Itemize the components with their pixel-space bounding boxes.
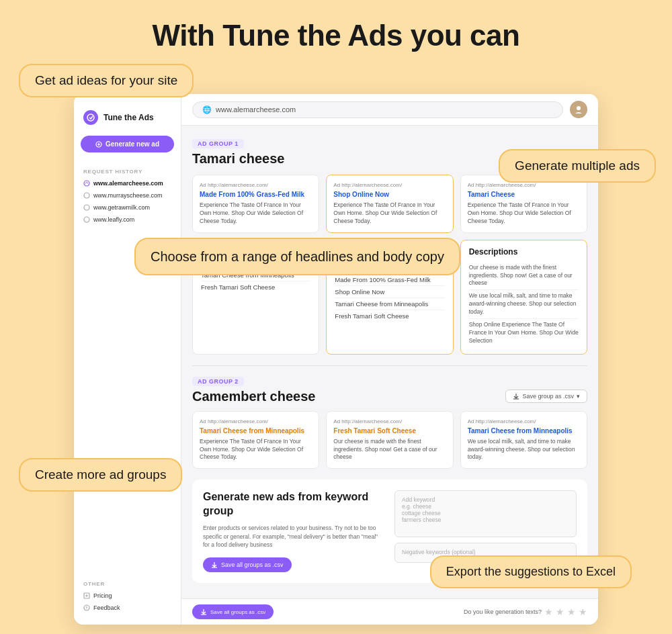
request-history-label: REQUEST HISTORY [74,163,181,177]
topbar: 🌐 www.alemarcheese.com [181,94,598,126]
ad-title-3: Tamari Cheese [468,190,580,199]
sidebar-history-item-1[interactable]: www.alemarcheese.com [74,177,181,189]
content-area[interactable]: Ad group 1 Tamari cheese Ad http://alema… [181,126,598,598]
ad-g2-title-3: Tamari Cheese from Minneapolis [468,426,580,435]
star-3: ★ [567,606,576,617]
ad-g2-body-3: We use local milk, salt, and time to mak… [468,438,580,462]
ad-title-1: Made From 100% Grass-Fed Milk [200,190,312,199]
ad-group-2-title: Camembert cheese [192,389,315,404]
ad-meta-1: Ad http://alemarcheese.com/ [200,182,312,188]
section-divider [192,365,587,366]
sidebar: Tune the Ads Generate new ad REQUEST HIS… [74,94,181,625]
bottom-save-button[interactable]: Save all groups as .csv [192,604,274,619]
keyword-input[interactable]: Add keyword e.g. cheese cottage cheese f… [394,490,577,537]
sidebar-logo-text: Tune the Ads [103,113,154,122]
ad-g2-title-1: Tamari Cheese from Minneapolis [200,426,312,435]
rating-text: Do you like generation texts? [464,608,542,615]
keyword-left: Generate new ads from keyword group Ente… [203,490,385,572]
ad-group-1-label: Ad group 1 [192,139,244,148]
svg-point-4 [84,205,89,210]
callout-get-ideas: Get ad ideas for your site [19,64,194,97]
keyword-title: Generate new ads from keyword group [203,490,385,518]
sidebar-feedback[interactable]: Feedback [74,602,181,614]
keyword-desc: Enter products or services related to yo… [203,524,385,549]
save-group-button[interactable]: Save group as .csv ▾ [505,390,587,403]
callout-generate-multiple: Generate multiple ads [499,149,656,183]
sidebar-logo: Tune the Ads [74,105,181,136]
ad-g2-meta-3: Ad http://alemarcheese.com/ [468,418,580,424]
ad-g2-meta-1: Ad http://alemarcheese.com/ [200,418,312,424]
ad-card-g2-3[interactable]: Ad http://alemarcheese.com/ Tamari Chees… [460,411,587,469]
star-1: ★ [544,606,553,617]
ad-g2-title-2: Fresh Tamari Soft Cheese [333,426,446,435]
sidebar-pricing[interactable]: Pricing [74,590,181,602]
ad-g2-meta-2: Ad http://alemarcheese.com/ [333,418,446,424]
ad-body-2: Experience The Taste Of France In Your O… [333,201,446,226]
ad-card-1[interactable]: Ad http://alemarcheese.com/ Made From 10… [192,175,319,233]
callout-choose-headlines: Choose from a range of headlines and bod… [134,238,460,275]
descriptions-card: Descriptions Our cheese is made with the… [460,240,587,355]
ad-group-2-header: Camembert cheese Save group as .csv ▾ [192,389,587,404]
ad-card-2[interactable]: Ad http://alemarcheese.com/ Shop Online … [326,175,453,233]
ad-g2-body-1: Experience The Taste Of France In Your O… [200,438,312,462]
hl-item-2: Made From 100% Grass-Fed Milk [335,274,444,286]
left-hl-3: Fresh Tamari Soft Cheese [201,281,310,293]
star-4: ★ [579,606,587,617]
ad-meta-2: Ad http://alemarcheese.com/ [333,182,446,188]
ad-body-3: Experience The Taste Of France In Your O… [468,201,580,226]
sidebar-history-item-2[interactable]: www.murrayscheese.com [74,189,181,201]
ad-g2-body-2: Our cheese is made with the finest ingre… [333,438,446,462]
descriptions-title: Descriptions [469,247,579,257]
page-title: With Tune the Ads you can [0,0,672,64]
ad-cards-row-2: Ad http://alemarcheese.com/ Tamari Chees… [192,411,587,469]
globe-icon: 🌐 [202,105,212,114]
avatar [570,101,587,118]
callout-export: Export the suggestions to Excel [430,555,632,588]
bottom-bar: Save all groups as .csv Do you like gene… [181,598,598,625]
svg-point-2 [84,181,89,186]
hl-item-5: Fresh Tamari Soft Cheese [335,310,444,322]
save-all-button[interactable]: Save all groups as .csv [203,557,292,572]
callout-create-more: Create more ad groups [19,458,182,492]
sidebar-history-item-4[interactable]: www.leafly.com [74,214,181,226]
ad-card-g2-2[interactable]: Ad http://alemarcheese.com/ Fresh Tamari… [326,411,453,469]
ad-title-2: Shop Online Now [333,190,446,199]
ad-group-2-label: Ad group 2 [192,377,244,386]
other-label: OTHER [74,576,181,590]
svg-point-5 [84,217,89,222]
ad-group-2: Ad group 2 Camembert cheese Save group a… [192,374,587,469]
ad-meta-3: Ad http://alemarcheese.com/ [468,182,580,188]
star-2: ★ [556,606,564,617]
ad-cards-row-1: Ad http://alemarcheese.com/ Made From 10… [192,175,587,233]
url-bar: 🌐 www.alemarcheese.com [192,101,563,118]
logo-icon [83,110,98,125]
svg-point-3 [84,193,89,198]
stars-rating: Do you like generation texts? ★ ★ ★ ★ [464,606,587,617]
sidebar-history-item-3[interactable]: www.getrawmilk.com [74,201,181,214]
ad-card-g2-1[interactable]: Ad http://alemarcheese.com/ Tamari Chees… [192,411,319,469]
desc-item-2: We use local milk, salt, and time to mak… [469,290,579,319]
desc-item-1: Our cheese is made with the finest ingre… [469,262,579,291]
generate-new-ad-button[interactable]: Generate new ad [81,136,174,152]
hl-item-3: Shop Online Now [335,286,444,298]
ad-card-3[interactable]: Ad http://alemarcheese.com/ Tamari Chees… [460,175,587,233]
svg-point-0 [87,114,94,121]
svg-point-8 [577,106,581,110]
hl-item-4: Tamari Cheese from Minneapolis [335,298,444,310]
ad-body-1: Experience The Taste Of France In Your O… [200,201,312,226]
desc-item-3: Shop Online Experience The Taste Of Fran… [469,319,579,347]
